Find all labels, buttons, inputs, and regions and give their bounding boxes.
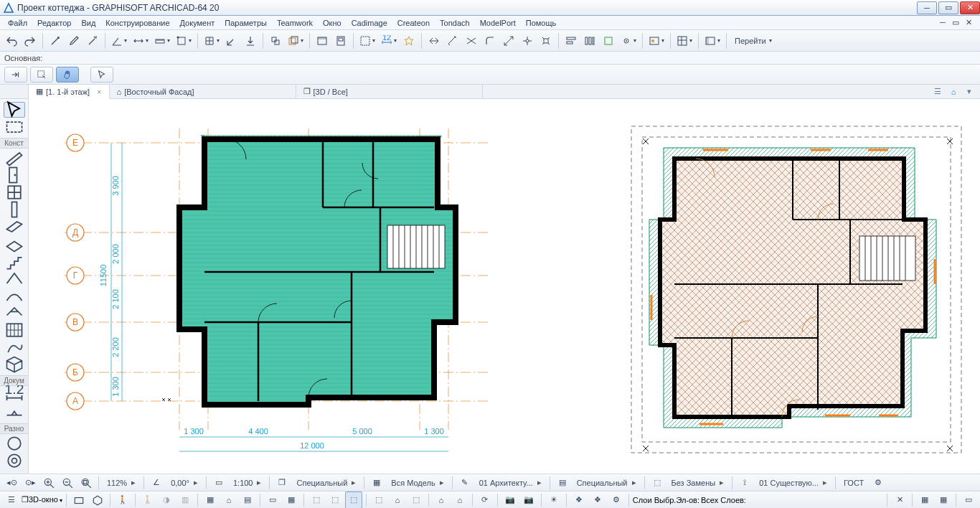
drawing-canvas[interactable]: Е Д Г В Б А 3 900 2 000 2 100 2 xyxy=(29,99,980,474)
ib-r2[interactable]: ▦ xyxy=(916,491,933,509)
window-close-button[interactable]: ✕ xyxy=(960,1,980,14)
menu-help[interactable]: Помощь xyxy=(521,17,562,29)
tool-roof[interactable] xyxy=(4,271,25,286)
tool-arrow[interactable] xyxy=(4,102,25,118)
tab-dropdown-icon[interactable]: ▾ xyxy=(963,87,976,96)
ib-19[interactable]: ⌂ xyxy=(451,491,468,509)
snap-guides-button[interactable] xyxy=(131,32,151,50)
mvo-field[interactable]: Специальный xyxy=(573,478,641,487)
ib-22[interactable]: 📷 xyxy=(520,491,537,509)
standard-field[interactable]: ГОСТ xyxy=(839,479,868,487)
tab-3d[interactable]: ❒ [3D / Все] xyxy=(296,85,483,98)
menu-design[interactable]: Конструирование xyxy=(100,17,174,29)
show-selection-button[interactable] xyxy=(618,32,639,50)
window-maximize-button[interactable]: ▭ xyxy=(938,1,958,14)
marquee-options-button[interactable] xyxy=(357,32,377,50)
adjust-button[interactable] xyxy=(444,32,461,50)
tool-stair[interactable] xyxy=(4,253,25,269)
ib-7[interactable]: ▦ xyxy=(202,491,219,509)
menu-edit[interactable]: Редактор xyxy=(32,17,76,29)
ib-5[interactable]: ◑ xyxy=(158,491,175,509)
trace-reference-button[interactable] xyxy=(286,32,306,50)
menu-document[interactable]: Документ xyxy=(175,17,220,29)
ib-r4[interactable]: ▭ xyxy=(960,491,977,509)
fit-button[interactable] xyxy=(77,474,95,491)
intersect-button[interactable] xyxy=(463,32,480,50)
split-button[interactable] xyxy=(425,32,443,50)
tool-morph[interactable] xyxy=(4,339,25,355)
gravity-button[interactable] xyxy=(242,32,259,50)
view-list-button[interactable]: ☰ xyxy=(3,491,20,509)
ib-6[interactable]: ▥ xyxy=(176,491,194,509)
tool-door[interactable] xyxy=(4,167,25,183)
ib-10[interactable]: ▭ xyxy=(264,491,281,509)
explode-button[interactable] xyxy=(537,32,555,50)
view-options-button[interactable] xyxy=(674,32,694,50)
element-snap-button[interactable] xyxy=(174,32,194,50)
ib-26[interactable]: ⚙ xyxy=(608,491,625,509)
menu-tondach[interactable]: Tondach xyxy=(435,17,475,29)
resize-button[interactable] xyxy=(500,32,517,50)
ib-12[interactable]: ⬚ xyxy=(308,491,325,509)
mode-arrow-button[interactable] xyxy=(4,67,27,83)
coord-input-button[interactable] xyxy=(223,32,240,50)
redo-button[interactable] xyxy=(22,32,39,50)
tool-misc2[interactable] xyxy=(4,453,25,469)
ib-r3[interactable]: ▦ xyxy=(935,491,952,509)
ib-14[interactable]: ⬚ xyxy=(345,491,362,509)
zoom-out-button[interactable] xyxy=(59,474,76,491)
dim-field[interactable]: 01 Существую... xyxy=(755,478,831,487)
fillet-button[interactable] xyxy=(481,32,499,50)
pick-button[interactable] xyxy=(47,32,64,50)
open-view-button[interactable] xyxy=(314,32,331,50)
tab-floorplan[interactable]: ▦ [1. 1-й этаж] × xyxy=(29,85,110,99)
menu-modelport[interactable]: ModelPort xyxy=(475,17,521,29)
tool-curtainwall[interactable] xyxy=(4,322,25,338)
ib-13[interactable]: ⬚ xyxy=(326,491,344,509)
angle-snap-button[interactable] xyxy=(109,32,129,50)
tool-beam[interactable] xyxy=(4,219,25,235)
zoom-in-button[interactable] xyxy=(40,474,57,491)
distribute-button[interactable] xyxy=(581,32,598,50)
ib-24[interactable]: ❖ xyxy=(570,491,588,509)
tool-misc1[interactable] xyxy=(4,436,25,451)
grid-snap-button[interactable] xyxy=(202,32,222,50)
render-settings-button[interactable] xyxy=(646,32,666,50)
ib-25[interactable]: ❖ xyxy=(589,491,606,509)
layercombo-field[interactable]: Специальный xyxy=(292,478,360,487)
tab-nav-icon[interactable]: ☰ xyxy=(931,87,944,96)
ib-20[interactable]: ⟳ xyxy=(476,491,494,509)
ib-r1[interactable]: ✕ xyxy=(891,491,908,509)
scale-field[interactable]: 1:100 xyxy=(229,478,266,487)
eyedropper-button[interactable] xyxy=(65,32,83,50)
trim-button[interactable] xyxy=(519,32,536,50)
ib-3[interactable]: 🚶 xyxy=(114,491,131,509)
ib-1[interactable] xyxy=(70,491,88,509)
mdi-restore-button[interactable]: ▭ xyxy=(950,18,961,27)
reno-field[interactable]: Без Замены xyxy=(667,478,729,487)
menu-window[interactable]: Окно xyxy=(318,17,347,29)
ib-4[interactable]: 🚶 xyxy=(139,491,156,509)
model-field[interactable]: Вся Модель xyxy=(387,478,448,487)
ib-17[interactable]: ⬚ xyxy=(407,491,425,509)
mdi-minimize-button[interactable]: ─ xyxy=(937,18,948,27)
ib-18[interactable]: ⌂ xyxy=(433,491,450,509)
zoom-prev-button[interactable]: ◂⊙ xyxy=(3,474,20,491)
mode-hand-button[interactable] xyxy=(56,67,79,83)
zoom-next-button[interactable]: ⊙▸ xyxy=(22,474,39,491)
menu-teamwork[interactable]: Teamwork xyxy=(272,17,318,29)
ib-16[interactable]: ⌂ xyxy=(389,491,406,509)
tool-window[interactable] xyxy=(4,184,25,200)
tool-shell[interactable] xyxy=(4,288,25,304)
ib-2[interactable] xyxy=(89,491,106,509)
close-icon[interactable]: × xyxy=(97,88,101,96)
ib-15[interactable]: ⬚ xyxy=(370,491,387,509)
angle-field[interactable]: 0,00° xyxy=(166,478,202,487)
edit-selection-button[interactable] xyxy=(600,32,617,50)
tab-elevation[interactable]: ⌂ [Восточный Фасад] xyxy=(110,85,296,98)
layout-button[interactable] xyxy=(332,32,349,50)
goto-menu[interactable]: Перейти▾ xyxy=(730,37,776,45)
ib-23[interactable]: ☀ xyxy=(545,491,562,509)
window-minimize-button[interactable]: ─ xyxy=(917,1,937,14)
palettes-button[interactable] xyxy=(702,32,722,50)
